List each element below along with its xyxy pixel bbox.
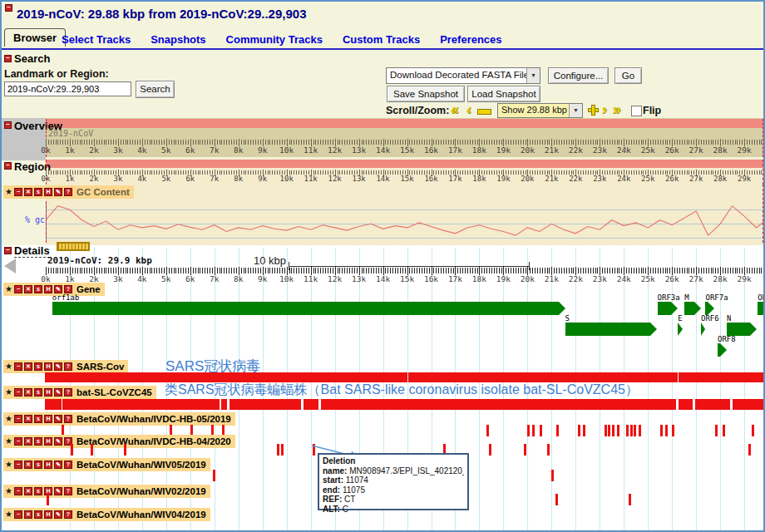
favorite-star-icon[interactable]: ★: [5, 510, 12, 519]
gene-n[interactable]: [727, 323, 751, 336]
collapse-icon[interactable]: −: [14, 362, 22, 371]
search-collapse-icon[interactable]: −: [4, 55, 12, 62]
favorite-star-icon[interactable]: ★: [5, 461, 12, 469]
collapse-icon[interactable]: −: [14, 188, 22, 196]
about-icon[interactable]: ?: [64, 487, 72, 495]
alignment-bar[interactable]: [221, 399, 227, 410]
close-icon[interactable]: ✕: [24, 437, 32, 446]
close-icon[interactable]: ✕: [24, 487, 32, 495]
gene-orf6[interactable]: [701, 323, 705, 336]
variant-tick[interactable]: [605, 425, 607, 436]
scroll-far-right-icon[interactable]: »: [613, 104, 620, 116]
variant-tick[interactable]: [634, 425, 636, 436]
gene-arrow-s[interactable]: [650, 323, 657, 336]
details-collapse-icon[interactable]: −: [4, 247, 12, 254]
tab-snapshots[interactable]: Snapshots: [151, 33, 205, 46]
details-scroll-thumb[interactable]: [57, 242, 90, 251]
variant-tick[interactable]: [540, 425, 542, 436]
edit-icon[interactable]: ✎: [54, 388, 62, 397]
variant-tick[interactable]: [612, 425, 614, 436]
ruler-tickstrip[interactable]: [46, 140, 765, 145]
share-icon[interactable]: s: [34, 437, 42, 446]
about-icon[interactable]: ?: [64, 285, 72, 293]
share-icon[interactable]: s: [34, 461, 42, 469]
share-icon[interactable]: s: [34, 510, 42, 519]
close-icon[interactable]: ✕: [24, 362, 32, 371]
favorite-star-icon[interactable]: ★: [5, 285, 12, 293]
about-icon[interactable]: ?: [64, 461, 72, 469]
edit-icon[interactable]: ✎: [54, 437, 62, 446]
alignment-bar[interactable]: [230, 399, 301, 410]
alignment-bar[interactable]: [695, 399, 730, 410]
variant-tick[interactable]: [555, 494, 558, 505]
favorite-star-icon[interactable]: ★: [5, 362, 12, 371]
gene-arrow-orf1ab[interactable]: [559, 302, 565, 315]
about-icon[interactable]: ?: [64, 510, 72, 519]
variant-tick[interactable]: [91, 444, 93, 456]
favorite-star-icon[interactable]: ★: [5, 487, 12, 495]
tab-custom-tracks[interactable]: Custom Tracks: [343, 33, 420, 46]
variant-tick[interactable]: [672, 425, 674, 436]
share-icon[interactable]: s: [34, 188, 42, 196]
highlight-icon[interactable]: H: [44, 188, 52, 196]
alignment-bar[interactable]: [679, 399, 693, 410]
variant-tick[interactable]: [486, 425, 489, 436]
highlight-icon[interactable]: H: [44, 437, 52, 446]
download-select[interactable]: Download Decorated FASTA File ▼: [386, 67, 540, 84]
variant-tick[interactable]: [281, 444, 284, 456]
variant-tick[interactable]: [578, 425, 580, 436]
variant-tick[interactable]: [752, 425, 754, 436]
gene-arrow-orf7a[interactable]: [708, 302, 714, 315]
collapse-icon[interactable]: −: [14, 461, 22, 469]
collapse-icon[interactable]: −: [14, 510, 22, 519]
highlight-icon[interactable]: H: [44, 415, 52, 423]
variant-tick[interactable]: [630, 425, 633, 436]
search-button[interactable]: Search: [136, 81, 175, 98]
about-icon[interactable]: ?: [64, 362, 72, 371]
gene-s[interactable]: [565, 323, 651, 336]
share-icon[interactable]: s: [34, 415, 42, 423]
window-collapse-icon[interactable]: −: [5, 4, 12, 12]
variant-tick[interactable]: [527, 425, 530, 436]
variant-tick[interactable]: [626, 425, 629, 436]
ruler-tickstrip[interactable]: [46, 268, 765, 273]
tab-community-tracks[interactable]: Community Tracks: [226, 33, 323, 46]
variant-tick[interactable]: [617, 425, 619, 436]
favorite-star-icon[interactable]: ★: [5, 415, 12, 423]
variant-tick[interactable]: [665, 425, 668, 436]
flip-checkbox[interactable]: [631, 106, 642, 116]
variant-tick[interactable]: [213, 470, 215, 481]
about-icon[interactable]: ?: [64, 388, 72, 397]
landmark-input[interactable]: [4, 81, 131, 96]
alignment-bar[interactable]: [304, 399, 318, 410]
highlight-icon[interactable]: H: [44, 285, 52, 293]
alignment-bar[interactable]: [45, 399, 62, 410]
variant-tick[interactable]: [660, 425, 663, 436]
variant-tick[interactable]: [532, 425, 535, 436]
variant-tick[interactable]: [277, 444, 279, 456]
tab-select-tracks[interactable]: Select Tracks: [62, 33, 131, 46]
share-icon[interactable]: s: [34, 487, 42, 495]
region-collapse-icon[interactable]: −: [4, 162, 12, 170]
zoom-level-select[interactable]: Show 29.88 kbp ▼: [497, 103, 583, 118]
gene-orf10[interactable]: [758, 302, 765, 315]
close-icon[interactable]: ✕: [24, 388, 32, 397]
scroll-right-icon[interactable]: ›: [602, 104, 607, 116]
alignment-bar[interactable]: [679, 372, 765, 382]
gene-e[interactable]: [678, 323, 683, 336]
variant-tick[interactable]: [489, 444, 491, 456]
zoom-in-icon[interactable]: [588, 105, 599, 116]
variant-tick[interactable]: [551, 470, 554, 481]
go-button[interactable]: Go: [614, 67, 642, 84]
edit-icon[interactable]: ✎: [54, 487, 62, 495]
favorite-star-icon[interactable]: ★: [5, 437, 12, 446]
collapse-icon[interactable]: −: [14, 415, 22, 423]
share-icon[interactable]: s: [34, 285, 42, 293]
variant-tick[interactable]: [547, 444, 550, 456]
highlight-icon[interactable]: H: [44, 461, 52, 469]
share-icon[interactable]: s: [34, 362, 42, 371]
edit-icon[interactable]: ✎: [54, 415, 62, 423]
gene-arrow-m[interactable]: [694, 302, 701, 315]
save-snapshot-button[interactable]: Save Snapshot: [387, 86, 465, 102]
scroll-left-icon[interactable]: ‹: [466, 104, 471, 116]
